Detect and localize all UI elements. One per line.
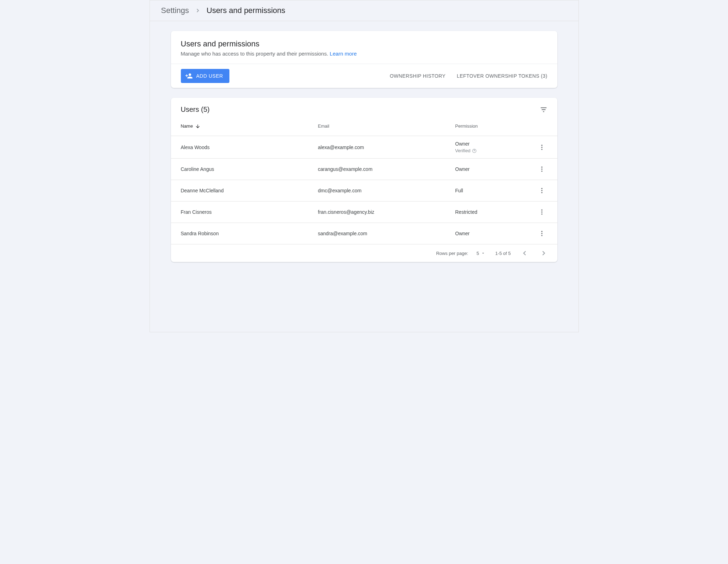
svg-point-4 <box>541 147 542 148</box>
cell-email: alexa@example.com <box>318 145 455 150</box>
row-menu-button[interactable] <box>536 185 547 196</box>
cell-name: Deanne McClelland <box>181 188 318 193</box>
cell-email: sandra@example.com <box>318 231 455 236</box>
svg-point-15 <box>541 231 542 232</box>
next-page-button[interactable] <box>540 249 547 257</box>
row-menu-button[interactable] <box>536 164 547 175</box>
page-title: Users and permissions <box>181 39 547 49</box>
cell-permission: Owner <box>455 231 526 236</box>
permission-sub: Verified <box>455 148 526 153</box>
svg-point-3 <box>541 145 542 146</box>
cell-name: Sandra Robinson <box>181 231 318 236</box>
users-card: Users (5) Name Email Permission Alexa Wo… <box>171 98 557 262</box>
svg-point-14 <box>541 213 542 214</box>
svg-point-17 <box>541 235 542 236</box>
cell-permission: Restricted <box>455 209 526 215</box>
table-row: Fran Cisnerosfran.cisneros@agency.bizRes… <box>171 201 557 223</box>
breadcrumb-current: Users and permissions <box>207 6 285 15</box>
cell-permission: Full <box>455 188 526 193</box>
svg-point-11 <box>541 192 542 193</box>
column-header-name[interactable]: Name <box>181 123 318 129</box>
add-user-label: ADD USER <box>196 73 223 79</box>
leftover-tokens-tab[interactable]: LEFTOVER OWNERSHIP TOKENS (3) <box>457 73 547 79</box>
pagination: Rows per page: 5 1-5 of 5 <box>171 244 557 262</box>
table-row: Alexa Woodsalexa@example.comOwnerVerifie… <box>171 136 557 159</box>
dropdown-icon <box>481 251 485 255</box>
rows-per-page-select[interactable]: 5 <box>476 251 485 256</box>
column-header-permission[interactable]: Permission <box>455 123 526 129</box>
header-card: Users and permissions Manage who has acc… <box>171 31 557 88</box>
help-icon[interactable] <box>472 148 477 153</box>
svg-point-2 <box>474 152 474 152</box>
rows-per-page-label: Rows per page: <box>436 251 468 256</box>
cell-email: carangus@example.com <box>318 166 455 172</box>
learn-more-link[interactable]: Learn more <box>330 51 357 57</box>
subtitle-text: Manage who has access to this property a… <box>181 51 330 57</box>
cell-name: Alexa Woods <box>181 145 318 150</box>
add-user-button[interactable]: ADD USER <box>181 69 229 83</box>
svg-point-7 <box>541 168 542 169</box>
column-name-label: Name <box>181 123 193 129</box>
svg-point-6 <box>541 167 542 168</box>
ownership-history-tab[interactable]: OWNERSHIP HISTORY <box>390 73 446 79</box>
chevron-right-icon <box>195 7 201 14</box>
table-row: Sandra Robinsonsandra@example.comOwner <box>171 223 557 244</box>
pagination-range: 1-5 of 5 <box>495 251 511 256</box>
column-header-email[interactable]: Email <box>318 123 455 129</box>
cell-permission: Owner <box>455 166 526 172</box>
row-menu-button[interactable] <box>536 142 547 153</box>
svg-point-12 <box>541 210 542 211</box>
svg-point-9 <box>541 188 542 189</box>
cell-email: fran.cisneros@agency.biz <box>318 209 455 215</box>
person-add-icon <box>185 72 193 80</box>
filter-icon[interactable] <box>540 106 547 114</box>
breadcrumb-parent[interactable]: Settings <box>161 6 189 15</box>
svg-point-10 <box>541 190 542 191</box>
cell-permission: OwnerVerified <box>455 141 526 153</box>
previous-page-button[interactable] <box>521 249 528 257</box>
cell-name: Fran Cisneros <box>181 209 318 215</box>
rows-per-page-value: 5 <box>476 251 479 256</box>
cell-name: Caroline Angus <box>181 166 318 172</box>
row-menu-button[interactable] <box>536 206 547 218</box>
table-row: Caroline Anguscarangus@example.comOwner <box>171 159 557 180</box>
row-menu-button[interactable] <box>536 228 547 239</box>
svg-point-13 <box>541 211 542 212</box>
svg-point-5 <box>541 149 542 150</box>
svg-point-8 <box>541 171 542 172</box>
users-table-title: Users (5) <box>181 105 210 114</box>
cell-email: dmc@example.com <box>318 188 455 193</box>
breadcrumb: Settings Users and permissions <box>150 0 578 21</box>
svg-point-16 <box>541 233 542 234</box>
sort-descending-icon <box>195 123 201 129</box>
table-header-row: Name Email Permission <box>171 116 557 136</box>
table-row: Deanne McClellanddmc@example.comFull <box>171 180 557 201</box>
page-subtitle: Manage who has access to this property a… <box>181 51 547 57</box>
